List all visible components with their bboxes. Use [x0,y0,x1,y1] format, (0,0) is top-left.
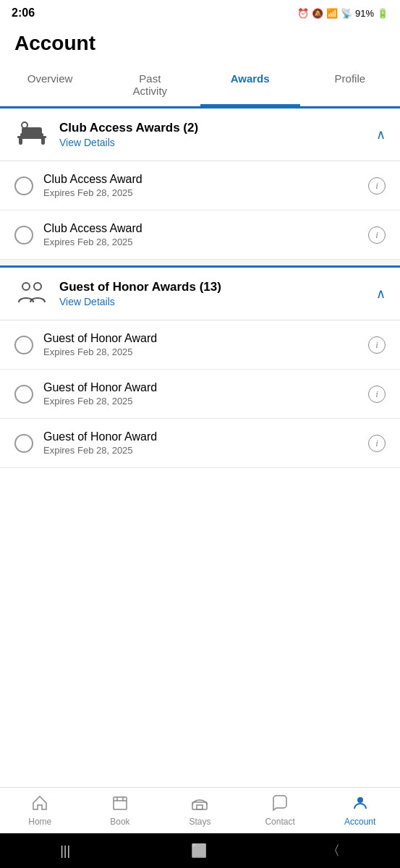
tab-past-activity[interactable]: PastActivity [100,64,200,106]
tab-overview[interactable]: Overview [0,64,100,106]
guest-award-title-2: Guest of Honor Award [43,381,358,394]
guest-award-info-icon-1[interactable]: i [368,336,386,354]
nav-contact-label: Contact [265,817,294,827]
page-title: Account [14,32,386,55]
wifi-icon: 📶 [326,8,338,19]
battery-text: 91% [355,8,374,19]
guest-award-title-3: Guest of Honor Award [43,430,358,443]
guest-award-expires-3: Expires Feb 28, 2025 [43,445,358,456]
account-icon [352,794,369,814]
page-header: Account [0,26,400,64]
svg-rect-15 [197,805,203,809]
tab-profile[interactable]: Profile [300,64,400,106]
signal-icon: 📡 [341,8,352,19]
nav-contact[interactable]: Contact [240,788,320,833]
guest-award-expires-2: Expires Feb 28, 2025 [43,396,358,407]
guest-award-radio-3[interactable] [14,434,33,453]
nav-account-label: Account [344,817,375,827]
club-access-view-details[interactable]: View Details [59,137,198,148]
svg-rect-10 [114,797,127,809]
battery-icon: 🔋 [377,8,388,19]
home-icon [31,794,48,814]
guest-award-radio-1[interactable] [14,336,33,354]
lounge-icon [14,120,49,149]
guest-honor-award-item-3: Guest of Honor Award Expires Feb 28, 202… [0,419,400,468]
section-divider [0,260,400,265]
award-info-icon-1[interactable]: i [368,177,386,195]
book-icon [111,794,129,814]
android-recents-icon[interactable]: ||| [60,843,70,859]
svg-point-8 [22,283,30,290]
guest-honor-collapse-icon[interactable]: ∧ [376,286,386,302]
guest-award-info-icon-2[interactable]: i [368,386,386,403]
status-time: 2:06 [12,7,35,20]
android-nav-bar: ||| ⬜ 〈 [0,833,400,868]
guest-honor-title: Guest of Honor Awards (13) [59,280,221,294]
guest-honor-award-item-1: Guest of Honor Award Expires Feb 28, 202… [0,320,400,370]
bottom-nav: Home Book Stays Contact [0,787,400,833]
svg-rect-6 [17,136,21,138]
award-select-radio-2[interactable] [14,226,33,244]
svg-rect-7 [43,136,46,138]
guest-award-title-1: Guest of Honor Award [43,332,358,345]
svg-rect-4 [20,135,43,139]
club-access-section-header: Club Access Awards (2) View Details ∧ [0,106,400,161]
nav-account[interactable]: Account [320,788,400,833]
award-expires-2: Expires Feb 28, 2025 [43,237,358,247]
people-icon [14,279,49,308]
alarm-icon: ⏰ [297,8,309,19]
guest-award-expires-1: Expires Feb 28, 2025 [43,346,358,357]
club-access-award-item-1: Club Access Award Expires Feb 28, 2025 i [0,161,400,210]
award-expires-1: Expires Feb 28, 2025 [43,187,358,198]
guest-honor-view-details[interactable]: View Details [59,296,221,307]
award-info-icon-2[interactable]: i [368,226,386,244]
stays-icon [191,794,208,814]
svg-point-9 [34,283,41,290]
award-select-radio-1[interactable] [14,176,33,195]
status-bar: 2:06 ⏰ 🔕 📶 📡 91% 🔋 [0,0,400,26]
mute-icon: 🔕 [312,8,323,19]
svg-point-5 [22,122,27,128]
guest-honor-section-header: Guest of Honor Awards (13) View Details … [0,265,400,320]
club-access-title: Club Access Awards (2) [59,121,198,135]
svg-rect-14 [192,802,207,809]
contact-icon [271,794,289,814]
nav-stays-label: Stays [189,817,210,827]
tab-awards[interactable]: Awards [200,64,300,106]
guest-honor-award-item-2: Guest of Honor Award Expires Feb 28, 202… [0,370,400,419]
club-access-collapse-icon[interactable]: ∧ [376,127,386,142]
nav-home[interactable]: Home [0,788,80,833]
android-back-icon[interactable]: 〈 [327,842,340,859]
guest-award-info-icon-3[interactable]: i [368,435,386,452]
nav-book[interactable]: Book [80,788,161,833]
svg-point-16 [357,797,363,803]
tab-bar: Overview PastActivity Awards Profile [0,64,400,106]
award-title-1: Club Access Award [43,173,358,186]
nav-home-label: Home [28,817,51,827]
nav-stays[interactable]: Stays [160,788,240,833]
nav-book-label: Book [110,817,129,827]
award-title-2: Club Access Award [43,222,358,235]
status-icons: ⏰ 🔕 📶 📡 91% 🔋 [297,8,388,19]
club-access-award-item-2: Club Access Award Expires Feb 28, 2025 i [0,210,400,260]
content-area: Club Access Awards (2) View Details ∧ Cl… [0,106,400,468]
android-home-icon[interactable]: ⬜ [191,843,207,859]
guest-award-radio-2[interactable] [14,385,33,404]
